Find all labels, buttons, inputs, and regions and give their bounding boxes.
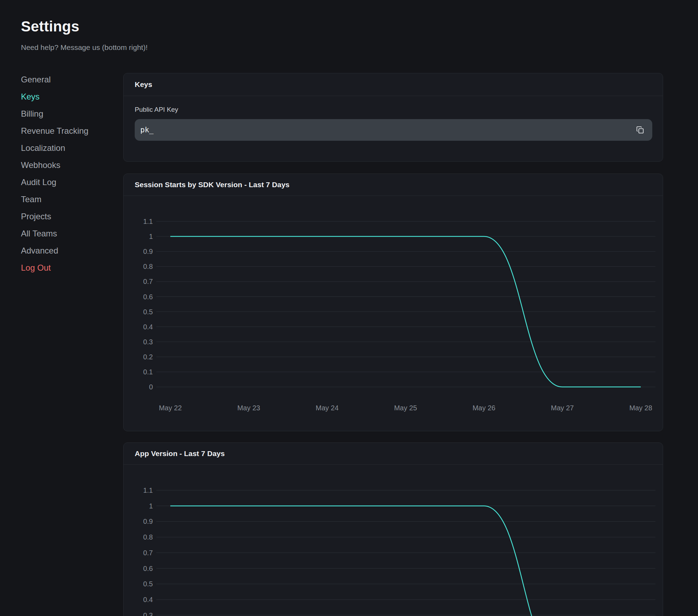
svg-text:0.3: 0.3	[143, 611, 153, 616]
public-api-key-input[interactable]	[140, 126, 634, 134]
sidebar-item-billing[interactable]: Billing	[21, 105, 115, 122]
sidebar-item-advanced[interactable]: Advanced	[21, 242, 115, 259]
settings-page: Settings Need help? Message us (bottom r…	[0, 0, 698, 616]
svg-text:1.1: 1.1	[143, 218, 153, 225]
copy-icon	[636, 126, 644, 134]
svg-text:May 26: May 26	[473, 404, 496, 412]
settings-sidebar: General Keys Billing Revenue Tracking Lo…	[21, 71, 115, 276]
public-api-key-label: Public API Key	[135, 106, 652, 113]
svg-text:0.4: 0.4	[143, 596, 153, 603]
svg-text:1.1: 1.1	[143, 486, 153, 494]
svg-text:0.6: 0.6	[143, 565, 153, 572]
svg-text:0.7: 0.7	[143, 549, 153, 557]
sidebar-item-projects[interactable]: Projects	[21, 208, 115, 225]
sidebar-item-revenue-tracking[interactable]: Revenue Tracking	[21, 122, 115, 139]
sidebar-item-all-teams[interactable]: All Teams	[21, 225, 115, 242]
sdk-version-line-chart: 1.110.90.80.70.60.50.40.30.20.10May 22Ma…	[124, 196, 663, 431]
public-api-key-field	[135, 119, 652, 141]
svg-text:May 28: May 28	[629, 404, 652, 412]
svg-text:0.3: 0.3	[143, 338, 153, 346]
svg-text:0.8: 0.8	[143, 263, 153, 270]
svg-text:0.9: 0.9	[143, 518, 153, 525]
copy-api-key-button[interactable]	[634, 124, 646, 136]
svg-text:0: 0	[149, 383, 153, 391]
sdk-version-chart-card: Session Starts by SDK Version - Last 7 D…	[123, 174, 663, 431]
sidebar-item-audit-log[interactable]: Audit Log	[21, 174, 115, 191]
app-version-chart-title: App Version - Last 7 Days	[124, 443, 663, 465]
page-title: Settings	[21, 18, 79, 35]
svg-text:0.8: 0.8	[143, 533, 153, 541]
sidebar-item-localization[interactable]: Localization	[21, 139, 115, 156]
sidebar-item-keys[interactable]: Keys	[21, 88, 115, 105]
page-subtitle: Need help? Message us (bottom right)!	[21, 43, 148, 52]
sidebar-item-general[interactable]: General	[21, 71, 115, 88]
keys-card: Keys Public API Key	[123, 73, 663, 162]
keys-card-title: Keys	[124, 73, 663, 96]
svg-text:0.4: 0.4	[143, 323, 153, 331]
svg-text:0.2: 0.2	[143, 353, 153, 361]
sdk-version-chart-title: Session Starts by SDK Version - Last 7 D…	[124, 174, 663, 196]
svg-text:0.5: 0.5	[143, 580, 153, 588]
app-version-chart-card: App Version - Last 7 Days 1.110.90.80.70…	[123, 442, 663, 616]
svg-text:1: 1	[149, 233, 153, 240]
svg-text:0.7: 0.7	[143, 278, 153, 285]
svg-text:May 27: May 27	[551, 404, 574, 412]
svg-text:0.9: 0.9	[143, 248, 153, 255]
svg-text:1: 1	[149, 502, 153, 510]
sidebar-item-team[interactable]: Team	[21, 191, 115, 208]
keys-card-body: Public API Key	[124, 96, 663, 141]
svg-text:0.5: 0.5	[143, 308, 153, 316]
svg-text:May 24: May 24	[316, 404, 339, 412]
svg-text:0.1: 0.1	[143, 368, 153, 376]
sidebar-item-log-out[interactable]: Log Out	[21, 259, 115, 276]
app-version-line-chart: 1.110.90.80.70.60.50.40.30.20.10	[124, 465, 663, 616]
svg-text:May 25: May 25	[394, 404, 417, 412]
svg-text:0.6: 0.6	[143, 293, 153, 301]
svg-text:May 23: May 23	[237, 404, 260, 412]
sidebar-item-webhooks[interactable]: Webhooks	[21, 156, 115, 174]
svg-text:May 22: May 22	[159, 404, 182, 412]
